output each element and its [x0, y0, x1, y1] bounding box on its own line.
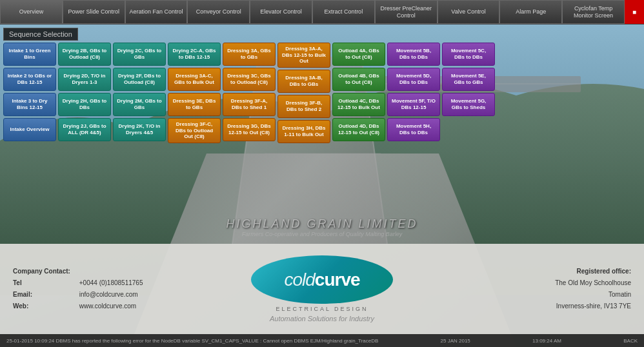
seq-btn-dress3ac[interactable]: Dressing 3A-C, GBs to Bulk Out	[168, 68, 221, 91]
seq-btn-dry2ca[interactable]: Drying 2C-A, GBs to DBs 12-15	[168, 43, 221, 66]
seq-btn-dry2d[interactable]: Drying 2D, T/O in Dryers 1-3	[58, 68, 111, 91]
seq-btn-mov5e[interactable]: Movement 5E, GBs to GBs	[442, 68, 495, 91]
seq-btn-dry2h[interactable]: Drying 2H, GBs to DBs	[58, 93, 111, 116]
seq-column-dress5: Dressing 3A, GBs to GBs Dressing 3C, GBs…	[223, 43, 276, 143]
registered-line3: Inverness-shire, IV13 7YE	[454, 301, 631, 312]
nav-aeration-fan[interactable]: Aeration Fan Control	[125, 0, 188, 24]
seq-btn-dry2c[interactable]: Drying 2C, GBs to GBs	[113, 43, 166, 66]
logo-subtitle: ELECTRICAL DESIGN	[276, 306, 368, 312]
main-content: Sequence Selection Intake 1 to Green Bin…	[0, 25, 644, 347]
seq-btn-dress3c[interactable]: Dressing 3C, GBs to Outload (C8)	[223, 68, 276, 91]
seq-btn-mov5c[interactable]: Movement 5C, DBs to DBs	[442, 43, 495, 66]
highland-grain-branding: HIGHLAND GRAIN LIMITED Farmers Co-operat…	[226, 217, 418, 237]
seq-column-dry4: Drying 2C-A, GBs to DBs 12-15 Dressing 3…	[168, 43, 221, 143]
seq-column-mov9: Movement 5C, DBs to DBs Movement 5E, GBs…	[442, 43, 495, 143]
logo-text-curve: curve	[315, 270, 360, 290]
seq-btn-dry2k[interactable]: Drying 2K, T/O in Dryers 4&5	[113, 118, 166, 141]
company-logo: cold curve ELECTRICAL DESIGN Automation …	[190, 255, 455, 322]
contact-label: Company Contact:	[13, 266, 190, 277]
sequence-panel: Sequence Selection Intake 1 to Green Bin…	[3, 28, 636, 143]
status-message: 25-01-2015 10:09:24 DBMS has reported th…	[6, 338, 378, 344]
seq-btn-out4a[interactable]: Outload 4A, GBs to Out (C8)	[332, 43, 385, 66]
contact-email: Email: info@coldcurve.com	[13, 289, 190, 301]
seq-btn-dry2m[interactable]: Drying 2M, GBs to GBs	[113, 93, 166, 116]
seq-btn-dress3a[interactable]: Dressing 3A, GBs to GBs	[223, 43, 276, 66]
seq-btn-out4b[interactable]: Outload 4B, GBs to Out (C8)	[332, 68, 385, 91]
seq-btn-dress3ab[interactable]: Dressing 3A-B, DBs to GBs	[277, 70, 330, 93]
bottom-main: Company Contact: Tel +0044 (0)1808511765…	[0, 244, 644, 334]
seq-btn-mov5b[interactable]: Movement 5B, DBs to DBs	[387, 43, 440, 66]
navigation-bar: Overview Power Slide Control Aeration Fa…	[0, 0, 644, 25]
seq-btn-dress3aa[interactable]: Dressing 3A-A, DBs 12-15 to Bulk Out	[277, 43, 330, 68]
bottom-section: Company Contact: Tel +0044 (0)1808511765…	[0, 244, 644, 347]
seq-column-mov8: Movement 5B, DBs to DBs Movement 5D, DBs…	[387, 43, 440, 143]
seq-btn-intake2[interactable]: Intake 2 to GBs or DBs 12-15	[3, 68, 56, 91]
registered-line1: The Old Moy Schoolhouse	[454, 277, 631, 289]
seq-btn-mov5h[interactable]: Movement 5H, DBs to DBs	[387, 118, 440, 141]
contact-web: Web: www.coldcurve.com	[13, 301, 190, 312]
seq-btn-intake-overview[interactable]: Intake Overview	[3, 118, 56, 141]
seq-column-dress6: Dressing 3A-A, DBs 12-15 to Bulk Out Dre…	[277, 43, 330, 143]
seq-btn-dress3e[interactable]: Dressing 3E, DBs to GBs	[168, 93, 221, 116]
nav-valve[interactable]: Valve Control	[438, 0, 500, 24]
registered-line2: Tomatin	[454, 289, 631, 301]
seq-btn-dry2j[interactable]: Drying 2J, GBs to ALL (DR 4&5)	[58, 118, 111, 141]
seq-btn-mov5d[interactable]: Movement 5D, DBs to DBs	[387, 68, 440, 91]
nav-dresser[interactable]: Dresser PreCleaner Control	[375, 0, 438, 24]
nav-power-slide[interactable]: Power Slide Control	[63, 0, 125, 24]
nav-extract[interactable]: Extract Control	[312, 0, 375, 24]
seq-btn-dry2f[interactable]: Drying 2F, DBs to Outload (C8)	[113, 68, 166, 91]
status-time: 13:09:24 AM	[532, 338, 561, 344]
nav-conveyor[interactable]: Conveyor Control	[187, 0, 250, 24]
highland-grain-subtitle: Farmers Co-operative and Producers of Qu…	[226, 231, 418, 237]
seq-btn-dress3fc[interactable]: Dressing 3F-C, DBs to Outload Out (C8)	[168, 118, 221, 143]
status-date: 25 JAN 2015	[441, 338, 470, 344]
sequence-grid: Intake 1 to Green Bins Intake 2 to GBs o…	[3, 43, 636, 143]
seq-column-outload: Outload 4A, GBs to Out (C8) Outload 4B, …	[332, 43, 385, 143]
seq-btn-out4d[interactable]: Outload 4D, DBs 12-15 to Out (C8)	[332, 118, 385, 141]
seq-btn-dry2b[interactable]: Drying 2B, GBs to Outload (C8)	[58, 43, 111, 66]
nav-overview[interactable]: Overview	[0, 0, 63, 24]
seq-btn-dress3fb[interactable]: Dressing 3F-B, DBs to Shed 2	[277, 95, 330, 118]
contact-tel: Tel +0044 (0)1808511765	[13, 277, 190, 289]
nav-elevator[interactable]: Elevator Control	[250, 0, 312, 24]
status-bar: 25-01-2015 10:09:24 DBMS has reported th…	[0, 334, 644, 347]
seq-btn-out4c[interactable]: Outload 4C, DBs 12-15 to Bulk Out	[332, 93, 385, 116]
seq-btn-mov5g[interactable]: Movement 5G, GBs to Sheds	[442, 93, 495, 116]
seq-btn-intake3[interactable]: Intake 3 to Dry Bins 12-15	[3, 93, 56, 116]
logo-text-cold: cold	[284, 270, 314, 290]
seq-btn-mov5f[interactable]: Movement 5F, T/O DBs 12-15	[387, 93, 440, 116]
logo-oval: cold curve	[251, 255, 393, 304]
highland-grain-title: HIGHLAND GRAIN LIMITED	[226, 217, 418, 231]
registered-label: Registered office:	[454, 266, 631, 277]
sequence-title: Sequence Selection	[3, 28, 78, 41]
registered-office: Registered office: The Old Moy Schoolhou…	[454, 266, 631, 312]
seq-btn-dress3fa[interactable]: Dressing 3F-A, DBs to Shed 1	[223, 93, 276, 116]
nav-alarm[interactable]: Alarm Page	[499, 0, 562, 24]
nav-cyclofan[interactable]: Cyclofan Temp Monitor Screen	[562, 0, 625, 24]
nav-indicator: ■	[625, 0, 644, 24]
contact-info: Company Contact: Tel +0044 (0)1808511765…	[13, 266, 190, 312]
seq-column-dry3: Drying 2C, GBs to GBs Drying 2F, DBs to …	[113, 43, 166, 143]
seq-btn-dress3h[interactable]: Dressing 3H, DBs 1-11 to Bulk Out	[277, 120, 330, 143]
seq-column-intake: Intake 1 to Green Bins Intake 2 to GBs o…	[3, 43, 56, 143]
status-back[interactable]: BACK	[623, 338, 638, 344]
seq-column-dry2: Drying 2B, GBs to Outload (C8) Drying 2D…	[58, 43, 111, 143]
logo-tagline: Automation Solutions for Industry	[270, 315, 374, 322]
seq-btn-dress3g[interactable]: Dressing 3G, DBs 12-15 to Out (C8)	[223, 118, 276, 141]
seq-btn-intake1[interactable]: Intake 1 to Green Bins	[3, 43, 56, 66]
